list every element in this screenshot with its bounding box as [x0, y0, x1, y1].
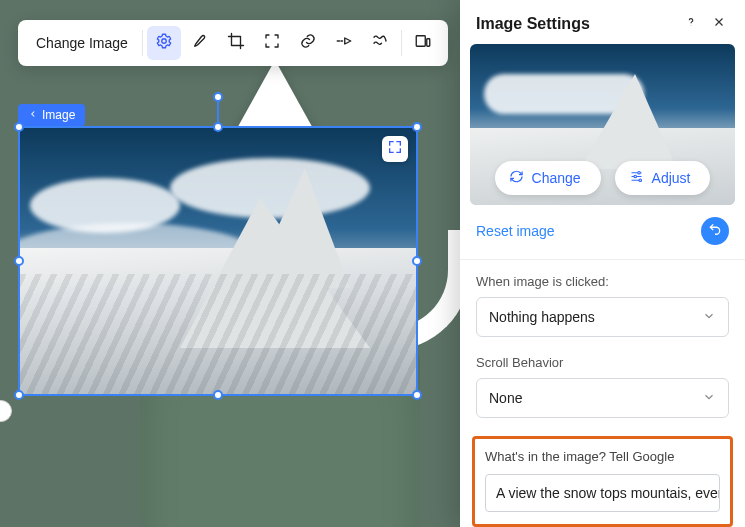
svg-point-4 [637, 172, 640, 175]
gear-icon [155, 32, 173, 54]
layout-icon [414, 32, 432, 54]
close-panel-button[interactable] [709, 14, 729, 34]
change-label: Change [532, 170, 581, 186]
alt-text-highlight: What's in the image? Tell Google A view … [472, 436, 733, 527]
brush-icon [191, 32, 209, 54]
chevron-left-icon [28, 108, 38, 122]
breadcrumb-label: Image [42, 108, 75, 122]
focus-icon [263, 32, 281, 54]
alt-text-input[interactable]: A view the snow tops mountais, ever… [485, 474, 720, 512]
chevron-down-icon [702, 309, 716, 326]
reset-image-link[interactable]: Reset image [476, 223, 701, 239]
image-content [20, 128, 416, 394]
animation-button[interactable] [327, 26, 361, 60]
link-icon [299, 32, 317, 54]
canvas-edge-handle[interactable] [0, 400, 12, 422]
undo-icon [708, 222, 722, 240]
expand-image-button[interactable] [382, 136, 408, 162]
responsive-stretch-button[interactable] [406, 26, 440, 60]
focal-point-button[interactable] [255, 26, 289, 60]
resize-handle-t[interactable] [213, 122, 223, 132]
image-context-toolbar: Change Image [18, 20, 448, 66]
scroll-behavior-label: Scroll Behavior [476, 355, 729, 370]
click-behavior-select[interactable]: Nothing happens [476, 297, 729, 337]
element-breadcrumb[interactable]: Image [18, 104, 85, 126]
help-button[interactable] [681, 14, 701, 34]
scroll-behavior-value: None [489, 390, 522, 406]
resize-handle-b[interactable] [213, 390, 223, 400]
link-button[interactable] [291, 26, 325, 60]
click-behavior-label: When image is clicked: [476, 274, 729, 289]
svg-rect-2 [427, 39, 430, 47]
change-image-pill[interactable]: Change [495, 161, 601, 195]
help-icon [684, 15, 698, 33]
svg-point-5 [634, 175, 637, 178]
undo-reset-button[interactable] [701, 217, 729, 245]
behavior-icon [371, 32, 389, 54]
resize-handle-tl[interactable] [14, 122, 24, 132]
svg-rect-1 [416, 36, 425, 47]
resize-handle-l[interactable] [14, 256, 24, 266]
filters-button[interactable] [183, 26, 217, 60]
alt-text-label: What's in the image? Tell Google [485, 449, 720, 464]
resize-handle-r[interactable] [412, 256, 422, 266]
image-preview: Change Adjust [470, 44, 735, 205]
panel-title: Image Settings [476, 15, 673, 33]
scroll-effects-button[interactable] [363, 26, 397, 60]
svg-point-0 [162, 39, 167, 44]
refresh-icon [509, 169, 524, 187]
svg-point-6 [639, 179, 642, 182]
svg-point-3 [691, 25, 692, 26]
crop-icon [227, 32, 245, 54]
chevron-down-icon [702, 390, 716, 407]
rotate-handle[interactable] [213, 92, 223, 102]
adjust-image-pill[interactable]: Adjust [615, 161, 711, 195]
scroll-behavior-select[interactable]: None [476, 378, 729, 418]
image-settings-panel: Image Settings Change Adjust Reset image… [460, 0, 745, 527]
sliders-icon [629, 169, 644, 187]
adjust-label: Adjust [652, 170, 691, 186]
settings-button[interactable] [147, 26, 181, 60]
expand-icon [387, 139, 403, 159]
animation-icon [335, 32, 353, 54]
resize-handle-br[interactable] [412, 390, 422, 400]
resize-handle-bl[interactable] [14, 390, 24, 400]
close-icon [712, 15, 726, 33]
resize-handle-tr[interactable] [412, 122, 422, 132]
change-image-button[interactable]: Change Image [26, 29, 138, 57]
crop-button[interactable] [219, 26, 253, 60]
click-behavior-value: Nothing happens [489, 309, 595, 325]
selected-image-frame[interactable] [18, 126, 418, 396]
rotate-connector [217, 100, 219, 122]
